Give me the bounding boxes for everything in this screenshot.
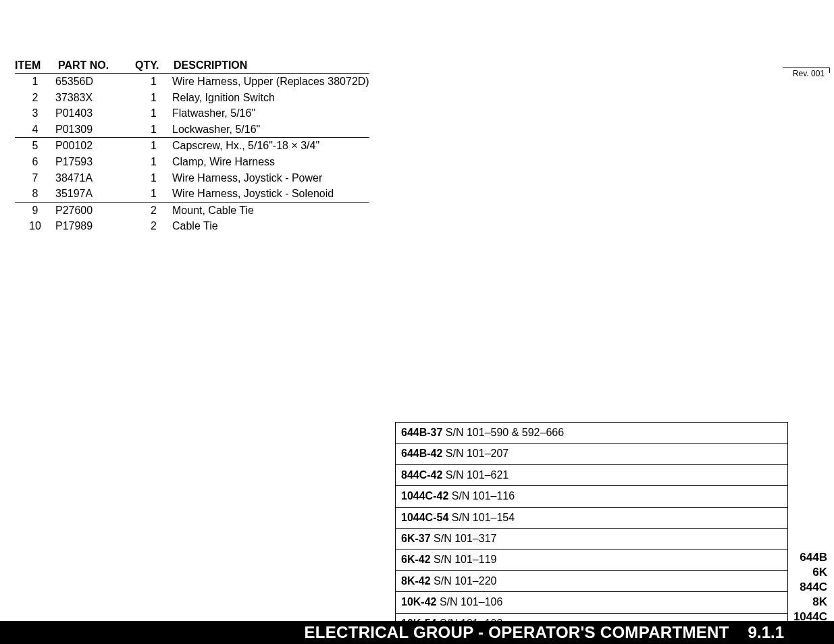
revision-label: Rev. 001	[793, 69, 825, 78]
cell-qty: 1	[135, 138, 172, 154]
parts-table: ITEM PART NO. QTY. DESCRIPTION 165356D1W…	[15, 58, 369, 234]
cell-description: Capscrew, Hx., 5/16"-18 × 3/4"	[172, 138, 369, 154]
model-tab: 8K	[793, 595, 827, 610]
sn-model: 10K-42	[401, 596, 436, 608]
revision-rule	[783, 68, 830, 68]
sn-range: S/N 101–116	[452, 490, 515, 502]
cell-item: 2	[15, 90, 55, 106]
cell-qty: 1	[135, 105, 172, 122]
cell-part-no: 35197A	[55, 186, 135, 202]
section-title: ELECTRICAL GROUP - OPERATOR'S COMPARTMEN…	[304, 623, 729, 642]
sn-range: S/N 101–590 & 592–666	[446, 427, 564, 438]
sn-model: 6K-42	[401, 554, 431, 565]
sn-range: S/N 101–154	[452, 512, 515, 523]
cell-part-no: P00102	[55, 138, 135, 154]
sn-row: 6K-37 S/N 101–317	[396, 529, 787, 549]
table-row: 6P175931Clamp, Wire Harness	[15, 154, 369, 170]
table-row: 10P179892Cable Tie	[15, 218, 369, 234]
sn-row: 1044C-54 S/N 101–154	[396, 508, 787, 529]
sn-row: 644B-42 S/N 101–207	[396, 444, 787, 464]
cell-description: Wire Harness, Joystick - Power	[172, 170, 369, 186]
sn-row: 8K-42 S/N 101–220	[396, 571, 787, 592]
sn-range: S/N 101–207	[446, 448, 509, 459]
cell-item: 8	[15, 186, 55, 202]
cell-description: Clamp, Wire Harness	[172, 154, 369, 170]
col-header-description: DESCRIPTION	[172, 58, 369, 74]
cell-part-no: 38471A	[55, 170, 135, 186]
sn-row: 844C-42 S/N 101–621	[396, 465, 787, 486]
cell-description: Cable Tie	[172, 218, 369, 234]
cell-qty: 1	[135, 74, 172, 90]
sn-model: 644B-42	[401, 448, 442, 459]
revision-tick	[829, 68, 830, 73]
cell-item: 4	[15, 122, 55, 138]
cell-qty: 1	[135, 90, 172, 106]
table-row: 835197A1Wire Harness, Joystick - Solenoi…	[15, 186, 369, 202]
cell-qty: 2	[135, 218, 172, 234]
cell-qty: 1	[135, 186, 172, 202]
model-tab: 6K	[793, 565, 827, 580]
cell-description: Relay, Ignition Switch	[172, 90, 369, 106]
cell-part-no: 65356D	[55, 74, 135, 90]
table-row: 237383X1Relay, Ignition Switch	[15, 90, 369, 106]
sn-model: 1044C-42	[401, 490, 448, 502]
cell-part-no: P17593	[55, 154, 135, 170]
sn-range: S/N 101–106	[440, 596, 502, 608]
title-bar: ELECTRICAL GROUP - OPERATOR'S COMPARTMEN…	[0, 621, 834, 644]
table-row: 9P276002Mount, Cable Tie	[15, 202, 369, 218]
sn-model: 1044C-54	[401, 512, 448, 523]
cell-description: Wire Harness, Joystick - Solenoid	[172, 186, 369, 202]
cell-qty: 2	[135, 202, 172, 218]
table-row: 738471A1Wire Harness, Joystick - Power	[15, 170, 369, 186]
cell-part-no: 37383X	[55, 90, 135, 106]
cell-item: 7	[15, 170, 55, 186]
table-row: 165356D1Wire Harness, Upper (Replaces 38…	[15, 74, 369, 90]
table-row: 3P014031Flatwasher, 5/16"	[15, 105, 369, 122]
sn-row: 1044C-42 S/N 101–116	[396, 486, 787, 507]
table-row: 4P013091Lockwasher, 5/16"	[15, 122, 369, 138]
section-number: 9.1.1	[748, 623, 784, 642]
cell-description: Flatwasher, 5/16"	[172, 105, 369, 122]
sn-model: 6K-37	[401, 533, 431, 544]
cell-part-no: P17989	[55, 218, 135, 234]
col-header-part-no: PART NO.	[55, 58, 135, 74]
cell-qty: 1	[135, 170, 172, 186]
cell-item: 5	[15, 138, 55, 154]
sn-range: S/N 101–621	[446, 469, 509, 481]
model-tab: 644B	[793, 550, 827, 565]
sn-model: 8K-42	[401, 575, 431, 587]
sn-range: S/N 101–220	[434, 575, 496, 587]
sn-model: 644B-37	[401, 427, 442, 438]
cell-item: 6	[15, 154, 55, 170]
cell-item: 10	[15, 218, 55, 234]
cell-description: Lockwasher, 5/16"	[172, 122, 369, 138]
cell-item: 3	[15, 105, 55, 122]
serial-number-box: 644B-37 S/N 101–590 & 592–666644B-42 S/N…	[395, 422, 788, 635]
sn-range: S/N 101–119	[434, 554, 496, 565]
cell-qty: 1	[135, 122, 172, 138]
table-row: 5P001021Capscrew, Hx., 5/16"-18 × 3/4"	[15, 138, 369, 154]
sn-row: 10K-42 S/N 101–106	[396, 592, 787, 613]
cell-part-no: P01309	[55, 122, 135, 138]
col-header-item: ITEM	[15, 58, 55, 74]
sn-row: 644B-37 S/N 101–590 & 592–666	[396, 423, 787, 444]
cell-part-no: P27600	[55, 202, 135, 218]
cell-qty: 1	[135, 154, 172, 170]
cell-description: Mount, Cable Tie	[172, 202, 369, 218]
cell-item: 1	[15, 74, 55, 90]
sn-range: S/N 101–317	[434, 533, 496, 544]
model-tab: 844C	[793, 580, 827, 595]
cell-part-no: P01403	[55, 105, 135, 122]
sn-model: 844C-42	[401, 469, 442, 481]
cell-item: 9	[15, 202, 55, 218]
table-header-row: ITEM PART NO. QTY. DESCRIPTION	[15, 58, 369, 74]
col-header-qty: QTY.	[135, 58, 172, 74]
cell-description: Wire Harness, Upper (Replaces 38072D)	[172, 74, 369, 90]
sn-row: 6K-42 S/N 101–119	[396, 549, 787, 570]
